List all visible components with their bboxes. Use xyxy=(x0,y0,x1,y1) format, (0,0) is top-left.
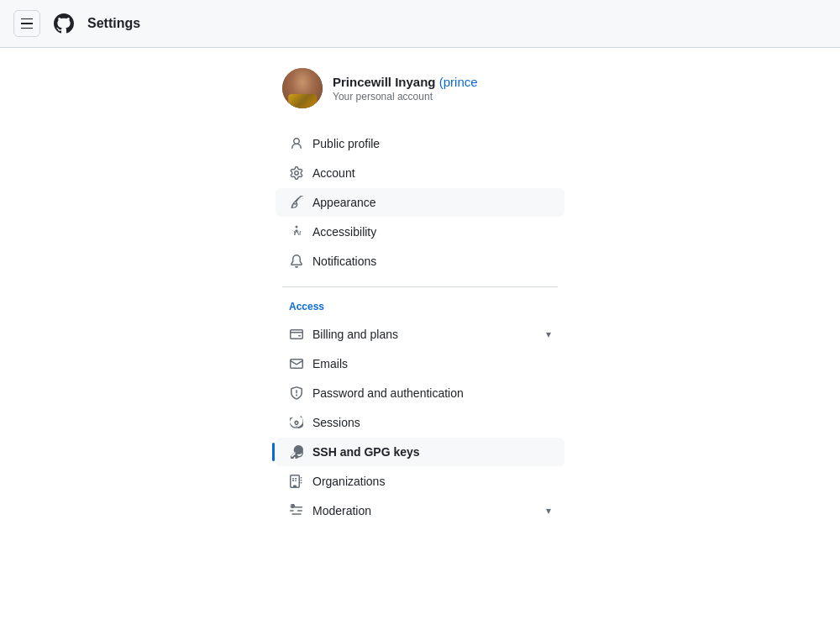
access-nav-section: Billing and plans ▾ Emails xyxy=(269,316,571,529)
github-logo[interactable] xyxy=(50,10,77,37)
user-display-name: Princewill Inyang (prince xyxy=(333,75,478,89)
sidebar-item-account[interactable]: Account xyxy=(276,159,564,187)
sessions-label: Sessions xyxy=(312,416,551,429)
sidebar-item-ssh-gpg[interactable]: SSH and GPG keys xyxy=(276,438,564,466)
emails-label: Emails xyxy=(312,357,551,370)
report-icon xyxy=(289,503,304,518)
billing-label: Billing and plans xyxy=(312,328,538,341)
paintbrush-icon xyxy=(289,195,304,210)
sidebar-item-moderation[interactable]: Moderation ▾ xyxy=(276,496,564,525)
user-info: Princewill Inyang (prince Your personal … xyxy=(333,75,478,102)
hamburger-line-1 xyxy=(21,18,33,20)
mail-icon xyxy=(289,356,304,371)
nav-divider xyxy=(282,286,558,287)
settings-title: Settings xyxy=(87,16,140,31)
main-nav-section: Public profile Account Appearance xyxy=(269,125,571,280)
hamburger-line-2 xyxy=(21,23,33,24)
avatar-shirt xyxy=(288,94,317,108)
hamburger-button[interactable] xyxy=(13,10,40,37)
accessibility-label: Accessibility xyxy=(312,225,551,239)
user-profile: Princewill Inyang (prince Your personal … xyxy=(269,68,571,125)
sidebar-item-emails[interactable]: Emails xyxy=(276,349,564,378)
sidebar-item-organizations[interactable]: Organizations xyxy=(276,467,564,496)
appearance-label: Appearance xyxy=(312,196,551,209)
avatar xyxy=(282,68,323,108)
shield-icon xyxy=(289,386,304,401)
sidebar-item-password[interactable]: Password and authentication xyxy=(276,379,564,407)
avatar-image xyxy=(282,68,323,108)
gear-icon xyxy=(289,165,304,181)
sidebar: Princewill Inyang (prince Your personal … xyxy=(269,68,571,610)
sidebar-item-billing[interactable]: Billing and plans ▾ xyxy=(276,320,564,349)
public-profile-label: Public profile xyxy=(312,137,551,150)
user-subtitle: Your personal account xyxy=(333,91,478,102)
username: (prince xyxy=(439,75,478,89)
sidebar-item-notifications[interactable]: Notifications xyxy=(276,247,564,276)
sidebar-item-appearance[interactable]: Appearance xyxy=(276,188,564,217)
chevron-down-icon: ▾ xyxy=(546,328,551,340)
bell-icon xyxy=(289,254,304,269)
sidebar-item-public-profile[interactable]: Public profile xyxy=(276,129,564,158)
sidebar-item-accessibility[interactable]: Accessibility xyxy=(276,218,564,246)
org-icon xyxy=(289,474,304,489)
broadcast-icon xyxy=(289,415,304,430)
person-icon xyxy=(289,136,304,151)
hamburger-line-3 xyxy=(21,28,33,29)
chevron-down-moderation-icon: ▾ xyxy=(546,505,551,517)
moderation-label: Moderation xyxy=(312,504,538,517)
key-icon xyxy=(289,444,304,459)
organizations-label: Organizations xyxy=(312,475,551,488)
accessibility-icon xyxy=(289,224,304,239)
access-section-header: Access xyxy=(269,294,571,316)
credit-card-icon xyxy=(289,327,304,342)
main-content: Princewill Inyang (prince Your personal … xyxy=(0,48,840,630)
password-label: Password and authentication xyxy=(312,386,551,400)
notifications-label: Notifications xyxy=(312,255,551,268)
account-label: Account xyxy=(312,166,551,180)
ssh-gpg-label: SSH and GPG keys xyxy=(312,445,551,459)
sidebar-item-sessions[interactable]: Sessions xyxy=(276,408,564,437)
top-nav: Settings xyxy=(0,0,840,48)
